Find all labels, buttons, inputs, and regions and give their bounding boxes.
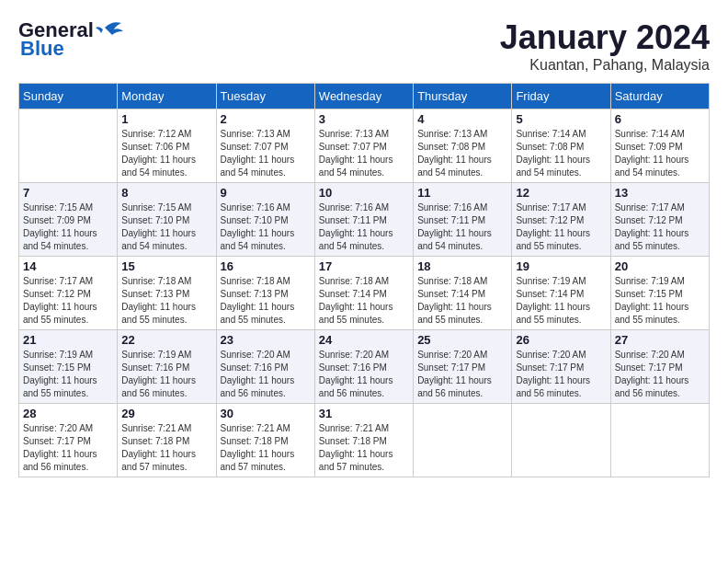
day-number: 16: [221, 259, 311, 273]
day-cell: 22Sunrise: 7:19 AMSunset: 7:16 PMDayligh…: [118, 330, 216, 404]
day-cell: 18Sunrise: 7:18 AMSunset: 7:14 PMDayligh…: [414, 257, 512, 330]
day-number: 21: [23, 333, 113, 347]
day-info: Sunrise: 7:12 AMSunset: 7:06 PMDaylight:…: [121, 128, 211, 179]
header: General Blue January 2024 Kuantan, Pahan…: [18, 18, 710, 74]
day-cell: 23Sunrise: 7:20 AMSunset: 7:16 PMDayligh…: [216, 330, 314, 404]
day-cell: 30Sunrise: 7:21 AMSunset: 7:18 PMDayligh…: [216, 404, 314, 477]
day-cell: 10Sunrise: 7:16 AMSunset: 7:11 PMDayligh…: [314, 183, 413, 257]
day-cell: [610, 404, 709, 477]
day-cell: 16Sunrise: 7:18 AMSunset: 7:13 PMDayligh…: [216, 257, 314, 330]
day-number: 11: [417, 186, 507, 200]
day-number: 24: [319, 333, 409, 347]
week-row-1: 1Sunrise: 7:12 AMSunset: 7:06 PMDaylight…: [19, 109, 710, 183]
day-cell: 17Sunrise: 7:18 AMSunset: 7:14 PMDayligh…: [314, 257, 413, 330]
day-cell: 15Sunrise: 7:18 AMSunset: 7:13 PMDayligh…: [118, 257, 216, 330]
day-info: Sunrise: 7:20 AMSunset: 7:17 PMDaylight:…: [417, 349, 507, 400]
day-cell: 19Sunrise: 7:19 AMSunset: 7:14 PMDayligh…: [512, 257, 610, 330]
day-info: Sunrise: 7:14 AMSunset: 7:08 PMDaylight:…: [516, 128, 606, 179]
day-cell: 21Sunrise: 7:19 AMSunset: 7:15 PMDayligh…: [19, 330, 118, 404]
day-number: 8: [121, 186, 211, 200]
day-number: 7: [23, 186, 113, 200]
day-number: 29: [121, 407, 211, 420]
weekday-header-tuesday: Tuesday: [216, 84, 314, 109]
day-number: 1: [121, 112, 211, 126]
day-info: Sunrise: 7:13 AMSunset: 7:08 PMDaylight:…: [417, 128, 507, 179]
day-info: Sunrise: 7:20 AMSunset: 7:17 PMDaylight:…: [615, 349, 705, 400]
day-cell: 1Sunrise: 7:12 AMSunset: 7:06 PMDaylight…: [118, 109, 216, 183]
day-cell: 24Sunrise: 7:20 AMSunset: 7:16 PMDayligh…: [314, 330, 413, 404]
day-info: Sunrise: 7:16 AMSunset: 7:11 PMDaylight:…: [319, 201, 409, 253]
day-info: Sunrise: 7:15 AMSunset: 7:10 PMDaylight:…: [121, 201, 211, 253]
day-info: Sunrise: 7:15 AMSunset: 7:09 PMDaylight:…: [23, 201, 113, 253]
day-number: 13: [615, 186, 705, 200]
day-info: Sunrise: 7:20 AMSunset: 7:17 PMDaylight:…: [23, 422, 113, 474]
day-info: Sunrise: 7:18 AMSunset: 7:13 PMDaylight:…: [221, 275, 311, 327]
day-cell: 12Sunrise: 7:17 AMSunset: 7:12 PMDayligh…: [512, 183, 610, 257]
day-number: 12: [516, 186, 606, 200]
day-number: 9: [221, 186, 311, 200]
day-cell: 27Sunrise: 7:20 AMSunset: 7:17 PMDayligh…: [610, 330, 709, 404]
day-cell: 25Sunrise: 7:20 AMSunset: 7:17 PMDayligh…: [414, 330, 512, 404]
day-cell: 4Sunrise: 7:13 AMSunset: 7:08 PMDaylight…: [414, 109, 512, 183]
day-number: 3: [319, 112, 409, 126]
day-info: Sunrise: 7:14 AMSunset: 7:09 PMDaylight:…: [615, 128, 705, 179]
day-number: 30: [221, 407, 311, 420]
day-info: Sunrise: 7:20 AMSunset: 7:16 PMDaylight:…: [221, 349, 311, 400]
month-title: January 2024: [500, 18, 710, 57]
day-number: 25: [417, 333, 507, 347]
day-number: 22: [121, 333, 211, 347]
day-number: 23: [221, 333, 311, 347]
day-info: Sunrise: 7:17 AMSunset: 7:12 PMDaylight:…: [23, 275, 113, 327]
day-info: Sunrise: 7:17 AMSunset: 7:12 PMDaylight:…: [516, 201, 606, 253]
day-info: Sunrise: 7:21 AMSunset: 7:18 PMDaylight:…: [221, 422, 311, 474]
day-number: 4: [417, 112, 507, 126]
week-row-3: 14Sunrise: 7:17 AMSunset: 7:12 PMDayligh…: [19, 257, 710, 330]
weekday-header-sunday: Sunday: [19, 84, 118, 109]
day-info: Sunrise: 7:19 AMSunset: 7:16 PMDaylight:…: [121, 349, 211, 400]
day-cell: 7Sunrise: 7:15 AMSunset: 7:09 PMDaylight…: [19, 183, 118, 257]
weekday-header-monday: Monday: [118, 84, 216, 109]
day-number: 31: [319, 407, 409, 420]
logo-bird-icon: [96, 18, 123, 39]
weekday-header-friday: Friday: [512, 84, 610, 109]
day-info: Sunrise: 7:21 AMSunset: 7:18 PMDaylight:…: [319, 422, 409, 474]
day-cell: 13Sunrise: 7:17 AMSunset: 7:12 PMDayligh…: [610, 183, 709, 257]
day-number: 10: [319, 186, 409, 200]
week-row-2: 7Sunrise: 7:15 AMSunset: 7:09 PMDaylight…: [19, 183, 710, 257]
day-cell: 29Sunrise: 7:21 AMSunset: 7:18 PMDayligh…: [118, 404, 216, 477]
day-cell: 11Sunrise: 7:16 AMSunset: 7:11 PMDayligh…: [414, 183, 512, 257]
day-info: Sunrise: 7:19 AMSunset: 7:15 PMDaylight:…: [23, 349, 113, 400]
location: Kuantan, Pahang, Malaysia: [500, 57, 710, 74]
day-info: Sunrise: 7:18 AMSunset: 7:13 PMDaylight:…: [121, 275, 211, 327]
weekday-header-row: SundayMondayTuesdayWednesdayThursdayFrid…: [19, 84, 710, 109]
day-cell: 31Sunrise: 7:21 AMSunset: 7:18 PMDayligh…: [314, 404, 413, 477]
title-area: January 2024 Kuantan, Pahang, Malaysia: [500, 18, 710, 74]
day-cell: [414, 404, 512, 477]
day-info: Sunrise: 7:20 AMSunset: 7:17 PMDaylight:…: [516, 349, 606, 400]
day-cell: 9Sunrise: 7:16 AMSunset: 7:10 PMDaylight…: [216, 183, 314, 257]
day-cell: 3Sunrise: 7:13 AMSunset: 7:07 PMDaylight…: [314, 109, 413, 183]
day-number: 17: [319, 259, 409, 273]
day-info: Sunrise: 7:21 AMSunset: 7:18 PMDaylight:…: [121, 422, 211, 474]
day-info: Sunrise: 7:17 AMSunset: 7:12 PMDaylight:…: [615, 201, 705, 253]
day-number: 19: [516, 259, 606, 273]
week-row-5: 28Sunrise: 7:20 AMSunset: 7:17 PMDayligh…: [19, 404, 710, 477]
day-info: Sunrise: 7:18 AMSunset: 7:14 PMDaylight:…: [417, 275, 507, 327]
day-cell: 8Sunrise: 7:15 AMSunset: 7:10 PMDaylight…: [118, 183, 216, 257]
day-info: Sunrise: 7:16 AMSunset: 7:11 PMDaylight:…: [417, 201, 507, 253]
day-info: Sunrise: 7:20 AMSunset: 7:16 PMDaylight:…: [319, 349, 409, 400]
day-cell: 2Sunrise: 7:13 AMSunset: 7:07 PMDaylight…: [216, 109, 314, 183]
calendar: SundayMondayTuesdayWednesdayThursdayFrid…: [18, 83, 710, 477]
weekday-header-thursday: Thursday: [414, 84, 512, 109]
day-info: Sunrise: 7:18 AMSunset: 7:14 PMDaylight:…: [319, 275, 409, 327]
weekday-header-saturday: Saturday: [610, 84, 709, 109]
day-number: 28: [23, 407, 113, 420]
day-number: 18: [417, 259, 507, 273]
day-number: 27: [615, 333, 705, 347]
day-number: 15: [121, 259, 211, 273]
day-number: 20: [615, 259, 705, 273]
day-number: 26: [516, 333, 606, 347]
day-info: Sunrise: 7:16 AMSunset: 7:10 PMDaylight:…: [221, 201, 311, 253]
day-number: 5: [516, 112, 606, 126]
week-row-4: 21Sunrise: 7:19 AMSunset: 7:15 PMDayligh…: [19, 330, 710, 404]
